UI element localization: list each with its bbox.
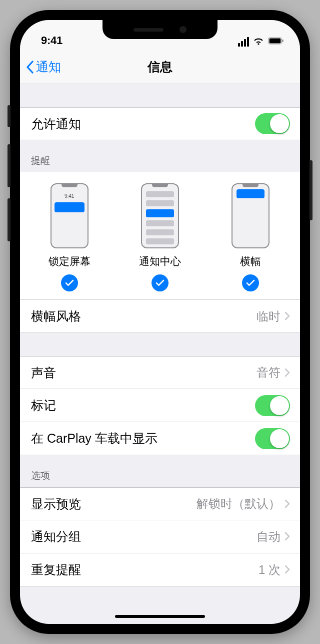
banner-style-label: 横幅风格 [31,308,256,325]
chevron-left-icon [26,61,34,74]
allow-notifications-row: 允许通知 [20,107,300,140]
chevron-right-icon [284,309,290,324]
alert-option-label: 横幅 [240,254,261,268]
banner-style-value: 临时 [256,308,280,325]
check-circle-icon [152,274,168,291]
notification-grouping-value: 自动 [256,529,280,545]
sounds-value: 音符 [256,365,280,381]
repeat-alerts-label: 重复提醒 [31,561,258,578]
status-time: 9:41 [41,34,62,47]
back-label: 通知 [36,59,61,75]
home-indicator[interactable] [115,615,205,618]
notch [102,20,218,39]
badges-label: 标记 [31,397,255,414]
alert-option-label: 锁定屏幕 [48,254,90,268]
alert-option-banners[interactable]: 横幅 [206,183,296,291]
carplay-row: 在 CarPlay 车载中显示 [20,422,300,455]
options-header: 选项 [20,455,300,487]
alert-option-notification-center[interactable]: 通知中心 [115,183,205,291]
alerts-section: 9:41 锁定屏幕 通知中心 [20,172,300,300]
notification-grouping-row[interactable]: 通知分组 自动 [20,520,300,553]
cellular-signal-icon [238,37,249,47]
side-button [310,160,312,220]
svg-rect-1 [270,39,281,44]
chevron-right-icon [284,529,290,544]
back-button[interactable]: 通知 [20,59,61,75]
allow-notifications-switch[interactable] [255,113,290,134]
front-camera [180,26,186,33]
chevron-right-icon [284,366,290,380]
check-circle-icon [242,274,259,291]
show-previews-label: 显示预览 [31,496,196,512]
mute-switch [8,105,10,127]
check-circle-icon [61,274,78,291]
alerts-header: 提醒 [20,140,300,172]
alert-option-lock-screen[interactable]: 9:41 锁定屏幕 [24,183,114,291]
show-previews-value: 解锁时（默认） [196,496,280,512]
volume-down-button [8,198,10,241]
screen: 9:41 通知 信息 允许通知 [20,20,300,624]
repeat-alerts-value: 1 次 [258,562,280,578]
page-title: 信息 [148,59,172,75]
allow-notifications-label: 允许通知 [31,116,255,132]
alert-option-label: 通知中心 [139,254,181,268]
banner-preview-icon [232,183,270,248]
banner-style-row[interactable]: 横幅风格 临时 [20,300,300,333]
lock-screen-preview-icon: 9:41 [50,183,88,248]
carplay-switch[interactable] [255,428,290,449]
repeat-alerts-row[interactable]: 重复提醒 1 次 [20,553,300,586]
badges-row: 标记 [20,389,300,422]
chevron-right-icon [284,562,290,577]
notification-center-preview-icon [141,183,179,248]
carplay-label: 在 CarPlay 车载中显示 [31,430,255,447]
wifi-icon [253,37,264,47]
svg-rect-2 [282,40,283,42]
sounds-row[interactable]: 声音 音符 [20,356,300,389]
chevron-right-icon [284,497,290,511]
nav-bar: 通知 信息 [20,50,300,84]
phone-frame: 9:41 通知 信息 允许通知 [10,10,310,634]
battery-icon [268,37,284,47]
show-previews-row[interactable]: 显示预览 解锁时（默认） [20,487,300,520]
volume-up-button [8,144,10,187]
badges-switch[interactable] [255,395,290,416]
speaker-grill [134,28,164,32]
notification-grouping-label: 通知分组 [31,528,256,545]
sounds-label: 声音 [31,365,256,381]
